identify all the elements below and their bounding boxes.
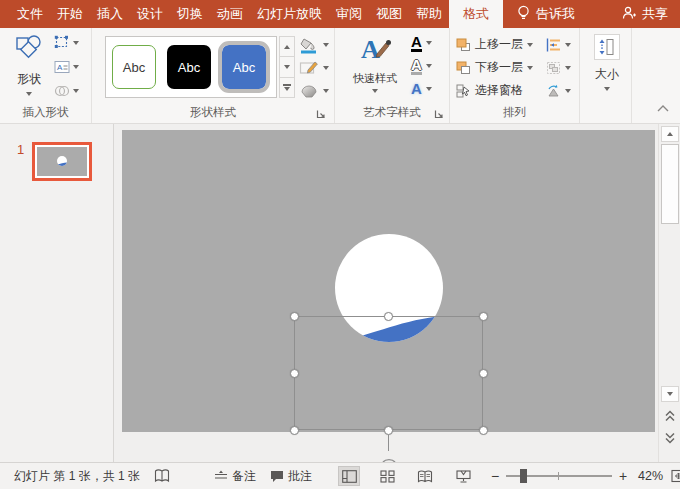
scroll-up-button[interactable] (661, 126, 679, 142)
shape-style-swatch-blue-selected[interactable]: Abc (222, 45, 266, 89)
tab-slideshow[interactable]: 幻灯片放映 (250, 0, 329, 28)
ribbon-tab-bar: 文件 开始 插入 设计 切换 动画 幻灯片放映 审阅 视图 帮助 格式 告诉我 … (0, 0, 680, 28)
zoom-slider-thumb[interactable] (520, 469, 527, 483)
tab-review[interactable]: 审阅 (329, 0, 369, 28)
tab-insert[interactable]: 插入 (90, 0, 130, 28)
previous-slide-button[interactable] (662, 408, 678, 424)
tab-home[interactable]: 开始 (50, 0, 90, 28)
selection-handle-bottom-left[interactable] (290, 426, 299, 435)
tab-animations[interactable]: 动画 (210, 0, 250, 28)
ribbon: 形状 A 插入形状 Abc (0, 28, 680, 124)
shapes-dropdown-arrow-icon (26, 92, 32, 96)
size-icon (594, 34, 620, 60)
size-button[interactable]: 大小 (592, 34, 622, 114)
fit-slide-to-window-button[interactable] (671, 469, 680, 483)
gallery-scroll-down-button[interactable] (279, 56, 295, 76)
shapes-button[interactable]: 形状 (8, 34, 50, 108)
zoom-in-button[interactable]: + (618, 468, 628, 484)
selection-handle-bottom-center[interactable] (384, 426, 393, 435)
slideshow-view-button[interactable] (452, 466, 474, 486)
shape-outline-pencil-icon (299, 60, 319, 77)
quick-styles-icon: A (359, 34, 391, 68)
selection-handle-top-right[interactable] (479, 312, 488, 321)
tab-format-active[interactable]: 格式 (449, 0, 503, 28)
scrollbar-thumb[interactable] (661, 144, 679, 224)
tab-file[interactable]: 文件 (10, 0, 50, 28)
shape-effects-icon (299, 83, 319, 100)
rotate-button[interactable] (546, 82, 571, 99)
next-slide-button[interactable] (662, 430, 678, 446)
comments-icon (270, 470, 284, 483)
shape-style-swatch-black[interactable]: Abc (167, 45, 211, 89)
edit-shape-icon (54, 35, 70, 50)
text-fill-button[interactable]: A (411, 34, 432, 52)
selection-handle-middle-right[interactable] (479, 369, 488, 378)
merge-shapes-button[interactable] (54, 82, 79, 99)
arrange-group-label: 排列 (450, 105, 579, 120)
align-button[interactable] (546, 36, 571, 53)
text-effects-dropdown-arrow-icon (426, 87, 432, 91)
group-objects-button[interactable] (546, 59, 571, 76)
text-effects-icon: A (411, 80, 422, 98)
slideshow-icon (456, 470, 471, 483)
align-icon (546, 38, 561, 52)
gallery-more-button[interactable] (279, 77, 295, 98)
down-arrow-icon (284, 65, 290, 69)
zoom-slider[interactable] (506, 469, 612, 483)
normal-view-button[interactable] (338, 466, 360, 486)
text-effects-button[interactable]: A (411, 80, 432, 98)
selection-handle-top-left[interactable] (290, 312, 299, 321)
bring-forward-button[interactable]: 上移一层 (456, 36, 533, 53)
tell-me-control[interactable]: 告诉我 (517, 0, 575, 28)
shape-effects-button[interactable] (299, 82, 329, 100)
selection-handle-middle-left[interactable] (290, 369, 299, 378)
send-backward-dropdown-arrow-icon (527, 66, 533, 70)
tab-view[interactable]: 视图 (369, 0, 409, 28)
notes-button[interactable]: 备注 (214, 468, 256, 485)
edit-shape-button[interactable] (54, 34, 79, 51)
wordart-styles-dialog-launcher[interactable] (434, 109, 444, 119)
text-box-button[interactable]: A (54, 58, 79, 75)
shape-effects-dropdown-arrow-icon (323, 89, 329, 93)
view-switcher (338, 466, 474, 486)
send-backward-button[interactable]: 下移一层 (456, 59, 533, 76)
quick-styles-button[interactable]: A 快速样式 (349, 34, 401, 108)
tab-design[interactable]: 设计 (130, 0, 170, 28)
shape-fill-button[interactable] (299, 36, 329, 54)
collapse-ribbon-button[interactable] (656, 99, 670, 117)
send-backward-label: 下移一层 (475, 59, 523, 76)
selection-pane-button[interactable]: 选择窗格 (456, 82, 533, 99)
align-dropdown-arrow-icon (565, 43, 571, 47)
powerpoint-window: 文件 开始 插入 设计 切换 动画 幻灯片放映 审阅 视图 帮助 格式 告诉我 … (0, 0, 680, 489)
shape-style-swatch-green-outline[interactable]: Abc (112, 45, 156, 89)
slide-counter: 幻灯片 第 1 张，共 1 张 (14, 468, 140, 485)
slide-thumbnail-selected[interactable] (32, 142, 92, 181)
lightbulb-icon (517, 5, 530, 24)
gallery-scroll-up-button[interactable] (279, 36, 295, 56)
zoom-percentage[interactable]: 42% (638, 469, 663, 483)
editing-canvas (114, 124, 680, 462)
text-outline-icon: A (411, 57, 422, 75)
text-outline-button[interactable]: A (411, 57, 432, 75)
shape-fill-dropdown-arrow-icon (323, 43, 329, 47)
comments-button[interactable]: 批注 (270, 468, 312, 485)
zoom-out-button[interactable]: − (490, 468, 500, 484)
shape-styles-dialog-launcher[interactable] (316, 109, 326, 119)
reading-view-icon (417, 470, 433, 483)
tab-help[interactable]: 帮助 (409, 0, 449, 28)
share-person-icon (622, 6, 637, 23)
size-dropdown-arrow-icon (604, 87, 610, 91)
share-control[interactable]: 共享 (622, 0, 668, 28)
wordart-styles-group-label: 艺术字样式 (335, 105, 449, 120)
tab-transitions[interactable]: 切换 (170, 0, 210, 28)
selection-handle-top-center[interactable] (384, 312, 393, 321)
reading-view-button[interactable] (414, 466, 436, 486)
rotation-handle-stem (388, 435, 389, 451)
shape-outline-button[interactable] (299, 59, 329, 77)
notes-icon (214, 470, 228, 482)
slide-sorter-view-button[interactable] (376, 466, 398, 486)
selection-handle-bottom-right[interactable] (479, 426, 488, 435)
selection-pane-label: 选择窗格 (475, 82, 523, 99)
spell-check-button[interactable] (154, 469, 170, 483)
scroll-down-button[interactable] (661, 386, 679, 402)
